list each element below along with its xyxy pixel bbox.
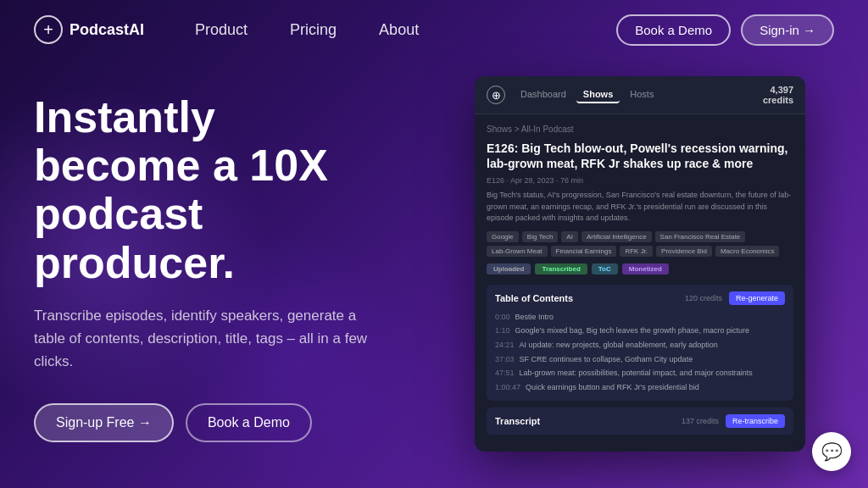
logo-icon <box>34 15 63 44</box>
hero-title: Instantly become a 10X podcast producer. <box>34 93 441 287</box>
tab-shows[interactable]: Shows <box>576 86 620 103</box>
hero-left: Instantly become a 10X podcast producer.… <box>34 85 441 442</box>
toc-item-2: 24:21AI update: new projects, global ena… <box>495 338 785 352</box>
chat-bubble[interactable]: 💬 <box>812 432 851 471</box>
navbar: PodcastAI Product Pricing About Book a D… <box>0 0 868 59</box>
hero-buttons: Sign-up Free → Book a Demo <box>34 403 441 442</box>
tag-bigtech: Big Tech <box>522 231 559 242</box>
toc-item-5: 1:00:47Quick earnings button and RFK Jr'… <box>495 380 785 395</box>
app-content: Shows > All-In Podcast E126: Big Tech bl… <box>475 114 805 452</box>
nav-links: Product Pricing About <box>195 21 616 39</box>
hero-section: Instantly become a 10X podcast producer.… <box>0 59 868 452</box>
tag-ai: AI <box>561 231 578 242</box>
chat-icon: 💬 <box>821 441 843 462</box>
tag-sf-real-estate: San Francisco Real Estate <box>655 231 746 242</box>
nav-product[interactable]: Product <box>195 21 248 39</box>
app-logo-icon: ⊕ <box>487 86 505 104</box>
toc-item-4: 47:51Lab-grown meat: possibilities, pote… <box>495 366 785 380</box>
toc-title: Table of Contents <box>495 293 573 303</box>
toc-item-3: 37:03SF CRE continues to collapse, Gotha… <box>495 352 785 367</box>
episode-description: Big Tech's status, AI's progression, San… <box>487 190 793 225</box>
tag-providence: Providence Bid <box>656 246 712 257</box>
episode-title: E126: Big Tech blow-out, Powell's recess… <box>487 141 793 171</box>
tab-hosts[interactable]: Hosts <box>623 86 660 103</box>
tag-google: Google <box>487 231 519 242</box>
app-tabs: Dashboard Shows Hosts <box>514 86 754 103</box>
book-demo-nav-button[interactable]: Book a Demo <box>616 14 731 46</box>
retranscribe-button[interactable]: Re-transcribe <box>726 414 785 428</box>
transcript-header: Transcript 137 credits Re-transcribe <box>495 414 785 428</box>
nav-actions: Book a Demo Sign-in → <box>616 14 834 46</box>
hero-right: ⊕ Dashboard Shows Hosts 4,397 credits Sh… <box>475 85 834 452</box>
episode-badges: Uploaded Transcribed ToC Monetized <box>487 263 793 274</box>
transcript-title: Transcript <box>495 416 540 426</box>
book-demo-hero-button[interactable]: Book a Demo <box>186 403 312 442</box>
badge-monetized: Monetized <box>622 263 669 274</box>
app-header: ⊕ Dashboard Shows Hosts 4,397 credits <box>475 76 805 114</box>
badge-uploaded: Uploaded <box>487 263 531 274</box>
transcript-credits: 137 credits <box>682 417 719 425</box>
signin-button[interactable]: Sign-in → <box>741 14 834 46</box>
badge-transcribed: Transcribed <box>535 263 587 274</box>
nav-about[interactable]: About <box>379 21 419 39</box>
tag-labgrown: Lab-Grown Meat <box>487 246 548 257</box>
toc-header: Table of Contents 120 credits Re-generat… <box>495 291 785 305</box>
tag-artificial-intelligence: Artificial Intelligence <box>581 231 652 242</box>
toc-credits: 120 credits <box>685 294 722 302</box>
episode-tags: Google Big Tech AI Artificial Intelligen… <box>487 231 793 257</box>
toc-actions: 120 credits Re-generate <box>685 291 785 305</box>
signup-button[interactable]: Sign-up Free → <box>34 403 174 442</box>
app-credits: 4,397 credits <box>763 85 793 105</box>
tag-earnings: Financial Earnings <box>551 246 617 257</box>
transcript-actions: 137 credits Re-transcribe <box>682 414 785 428</box>
app-screenshot: ⊕ Dashboard Shows Hosts 4,397 credits Sh… <box>475 76 805 452</box>
episode-meta: E126 · Apr 28, 2023 · 76 min <box>487 176 793 185</box>
regenerate-toc-button[interactable]: Re-generate <box>729 291 785 305</box>
toc-item-1: 1:10Google's mixed bag, Big tech leaves … <box>495 324 785 338</box>
hero-subtitle: Transcribe episodes, identify speakers, … <box>34 304 373 374</box>
transcript-section: Transcript 137 credits Re-transcribe <box>487 408 793 435</box>
app-breadcrumb: Shows > All-In Podcast <box>487 125 793 134</box>
badge-toc: ToC <box>592 263 618 274</box>
tab-dashboard[interactable]: Dashboard <box>514 86 573 103</box>
nav-pricing[interactable]: Pricing <box>290 21 337 39</box>
logo-text: PodcastAI <box>70 21 144 39</box>
tag-rfk: RFK Jr. <box>620 246 653 257</box>
tag-macro: Macro Economics <box>715 246 780 257</box>
logo[interactable]: PodcastAI <box>34 15 144 44</box>
toc-section: Table of Contents 120 credits Re-generat… <box>487 285 793 402</box>
toc-item-0: 0:00Bestie Intro <box>495 310 785 324</box>
